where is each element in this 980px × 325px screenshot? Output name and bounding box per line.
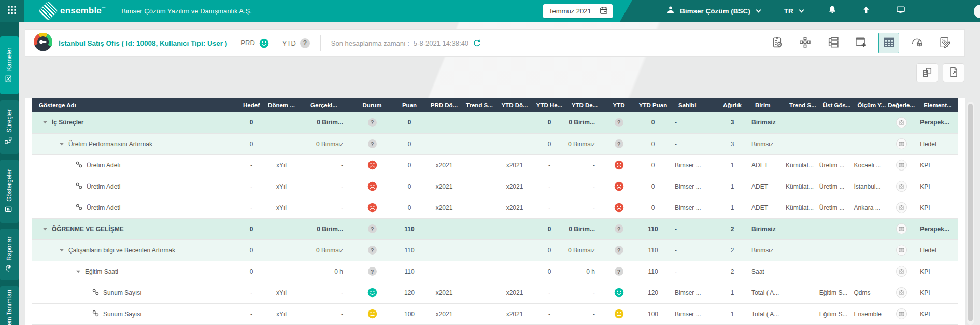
layout-designer-icon [855,36,868,51]
column-header-agirlik[interactable]: Ağırlık [716,98,748,112]
language-selector[interactable]: TR [784,7,803,15]
column-header-puan[interactable]: Puan [393,98,426,112]
column-chooser-button[interactable] [916,63,938,82]
column-header-sahibi[interactable]: Sahibi [672,98,716,112]
column-header-ytd_deger[interactable]: YTD De... [566,98,603,112]
cell-ytd-status: ? [603,133,634,154]
cell-ust_gosterge: Eğitim S... [816,282,851,303]
scorecard-report-button[interactable] [766,33,787,53]
table-row[interactable]: Sunum Sayısı-xYıl-120x2021x2021--120Bims… [32,282,958,303]
cell-element: KPI [917,154,958,176]
cell-indicator-name[interactable]: Üretim Adeti [32,197,236,218]
column-header-ytd_puan[interactable]: YTD Puan [634,98,672,112]
table-row[interactable]: Eğitim Saati00 h?11000 h?110-2SaatKPI [32,261,958,282]
cell-indicator-name[interactable]: Sunum Sayısı [32,303,236,324]
cell-prd_donem: x2021 [426,154,462,176]
sidebar-tab-karneler[interactable]: Karneler [0,36,19,94]
cell-indicator-name[interactable]: Eğitim Saati [32,261,236,282]
evaluation-view-button[interactable] [896,138,907,150]
column-header-durum[interactable]: Durum [351,98,393,112]
column-header-ytd[interactable]: YTD [603,98,634,112]
evaluation-view-button[interactable] [896,202,907,214]
period-date-picker[interactable]: Temmuz 2021 [543,4,613,18]
display-button[interactable] [895,5,906,17]
user-menu[interactable]: Bimser Çözüm (BSC) [665,5,760,17]
expand-caret-icon[interactable] [59,248,64,253]
table-view-button[interactable] [878,33,899,53]
sidebar-tab-raporlar[interactable]: Raporlar [0,229,19,280]
cell-element: KPI [917,282,958,303]
cell-ytd_hedef: 0 [533,133,566,154]
cell-indicator-name[interactable]: Üretim Performansını Artırmak [32,133,236,154]
table-row[interactable]: Üretim Performansını Artırmak00 Birimsiz… [32,133,958,154]
evaluation-view-button[interactable] [896,117,907,129]
upload-button[interactable] [861,5,871,17]
table-row[interactable]: Üretim Adeti-xYıl-0x2021x2021--0Bimser .… [32,197,958,218]
cell-durum-status: ? [351,239,393,261]
column-header-degerlendirme[interactable]: Değerle... [886,98,917,112]
cell-birim: ADET [748,176,783,197]
cell-indicator-name[interactable]: ÖĞRENME VE GELİŞME [32,218,236,239]
expand-caret-icon[interactable] [42,120,48,125]
evaluation-view-button[interactable] [896,308,907,320]
column-header-name[interactable]: Gösterge Adı [32,98,236,112]
sidebar-tab-sistem-tan-mlar-[interactable]: Sistem Tanımları [0,286,19,325]
cell-indicator-name[interactable]: İç Süreçler [32,112,236,133]
layout-designer-button[interactable] [850,33,871,53]
column-header-ytd_hedef[interactable]: YTD He... [533,98,566,112]
cell-donem: xYıl [266,176,296,197]
cell-indicator-name[interactable]: Üretim Adeti [32,176,236,197]
expand-caret-icon[interactable] [76,269,81,274]
note-edit-button[interactable] [934,33,955,53]
cell-ytd-status [603,282,634,303]
column-header-birim[interactable]: Birim [748,98,783,112]
cell-agirlik: 2 [716,239,748,261]
cell-indicator-name[interactable]: Üretim Adeti [32,154,236,176]
column-header-prd_donem[interactable]: PRD Dö... [426,98,462,112]
notifications-button[interactable] [827,5,837,17]
expand-caret-icon[interactable] [59,142,64,147]
column-header-trend_s1[interactable]: Trend S... [462,98,496,112]
export-button[interactable] [943,63,964,82]
evaluation-view-button[interactable] [896,223,907,235]
table-row[interactable]: Sunum Sayısı-xYıl-100x2021x2021--100Bims… [32,303,958,324]
table-row[interactable]: Üretim Adeti-xYıl-0x2021x2021--0Bimser .… [32,154,958,176]
column-header-element[interactable]: Element... [917,98,958,112]
evaluation-view-button[interactable] [896,159,907,171]
column-header-gercek[interactable]: Gerçekl... [296,98,351,112]
table-row[interactable]: Çalışanların bilgi ve Becerileri Artırma… [32,239,958,261]
gauge-view-button[interactable] [906,33,927,53]
vertical-scrollbar-thumb[interactable] [968,104,973,321]
column-header-ytd_donem[interactable]: YTD Dö... [496,98,533,112]
last-calculation-value: 5-8-2021 14:38:40 [414,39,468,47]
cell-sahibi: Bimser ... [672,154,716,176]
table-row[interactable]: ÖĞRENME VE GELİŞME00 Birim...?11000 Biri… [32,218,958,239]
hierarchy-list-button[interactable] [822,33,843,53]
column-header-olcum[interactable]: Ölçüm Y... [850,98,886,112]
expand-caret-icon[interactable] [42,227,48,232]
cell-olcum: Kocaeli ... [850,154,886,176]
sidebar-tab-s-re-ler[interactable]: Süreçler [0,100,19,154]
apps-menu-button[interactable] [0,0,24,22]
column-header-donem[interactable]: Dönem ... [266,98,296,112]
column-header-hedef[interactable]: Hedef [236,98,266,112]
cell-puan: 0 [393,197,426,218]
cell-indicator-name[interactable]: Sunum Sayısı [32,282,236,303]
evaluation-view-button[interactable] [896,265,907,277]
cell-sahibi: Bimser ... [672,282,716,303]
evaluation-view-button[interactable] [896,287,907,299]
table-row[interactable]: Üretim Adeti-xYıl-0x2021x2021--0Bimser .… [32,176,958,197]
question-badge: ? [368,246,377,255]
cell-ytd_hedef: - [533,282,566,303]
sidebar-tab-g-stergeler[interactable]: Göstergeler [0,160,19,223]
evaluation-view-button[interactable] [896,244,907,256]
help-button[interactable] [974,5,980,18]
cell-indicator-name[interactable]: Çalışanların bilgi ve Becerileri Artırma… [32,239,236,261]
column-header-ust_gosterge[interactable]: Üst Gös... [816,98,851,112]
cell-olcum [850,112,886,133]
refresh-button[interactable] [473,39,481,48]
column-header-trend_s2[interactable]: Trend S... [783,98,816,112]
org-chart-button[interactable] [794,33,815,53]
table-row[interactable]: İç Süreçler00 Birim...?000 Birim...?0-3B… [32,112,958,133]
evaluation-view-button[interactable] [896,180,907,192]
